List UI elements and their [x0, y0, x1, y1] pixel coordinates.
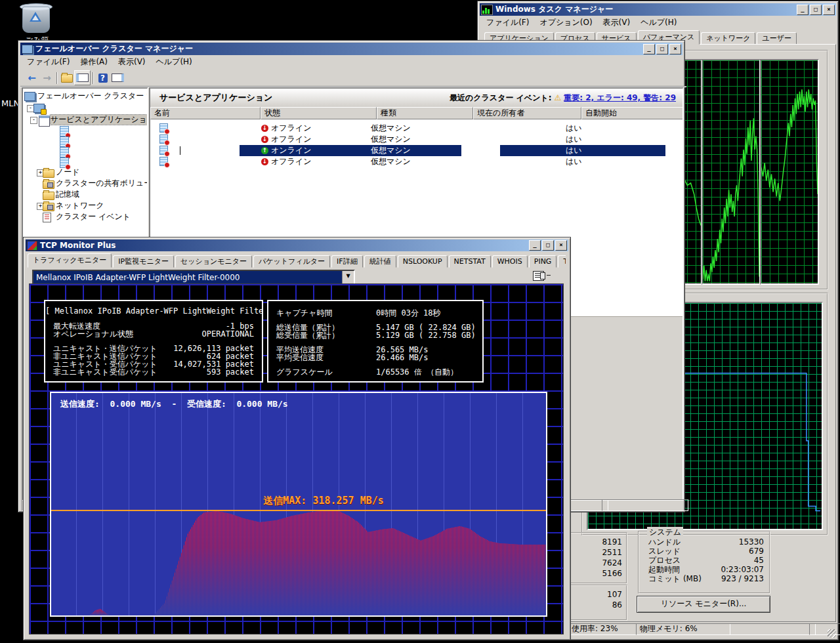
tree-item-label: フェールオーバー クラスター マネージ [37, 91, 148, 101]
tcp-tab-3[interactable]: パケットフィルター [253, 255, 330, 268]
collapse-icon[interactable]: - [30, 117, 37, 124]
tm-menu-3[interactable]: ヘルプ(H) [635, 16, 682, 30]
cluster-events-link[interactable]: 重要: 2, エラー: 49, 警告: 29 [564, 93, 676, 104]
tcp-tab-10[interactable]: TRACERT [558, 255, 566, 268]
cpu-history-panel [702, 59, 761, 285]
export-icon[interactable] [59, 71, 74, 85]
virtual-machine-icon [159, 146, 168, 155]
tree-item-unnamed-cluster[interactable]: - [23, 103, 147, 114]
close-button[interactable]: × [669, 44, 681, 54]
tm-tab-5[interactable]: ユーザー [757, 32, 797, 45]
tree-item-unnamed-vm[interactable] [23, 136, 147, 146]
tcp-tab-8[interactable]: WHOIS [492, 255, 528, 268]
graph-header: 送信速度: 0.000 MB/s - 受信速度: 0.000 MB/s [60, 398, 288, 410]
chevron-down-icon[interactable]: ▼ [342, 271, 354, 283]
cm-menu-0[interactable]: ファイル(F) [22, 55, 75, 69]
recycle-bin-icon[interactable] [18, 0, 55, 37]
tcp-tab-9[interactable]: PING [529, 255, 557, 268]
show-console-tree-icon[interactable] [74, 70, 91, 85]
status-online-icon: ↑ [261, 147, 268, 154]
table-row[interactable]: ↓オフライン仮想マシンはい [150, 156, 682, 167]
task-manager-icon [481, 5, 493, 15]
status-offline-icon: ↓ [261, 158, 268, 165]
tcp-tab-6[interactable]: NSLOOKUP [398, 255, 448, 268]
tcp-tab-1[interactable]: IP監視モニター [113, 255, 174, 268]
tree-item-unnamed-vm[interactable] [23, 146, 147, 157]
task-manager-titlebar[interactable]: Windows タスク マネージャー _ □ × [480, 3, 836, 16]
help-icon[interactable]: ? [95, 71, 110, 85]
tm-menu-1[interactable]: オプション(O) [534, 16, 597, 30]
table-header-row: 名前状態種類現在の所有者自動開始 [150, 107, 682, 119]
tcp-tab-7[interactable]: NETSTAT [449, 255, 491, 268]
tree-item-network[interactable]: +ネットワーク [23, 201, 147, 211]
system-rows: ハンドル15330スレッド679プロセス45起動時間0:23:03:07コミット… [639, 532, 769, 583]
cluster-manager-titlebar[interactable]: フェールオーバー クラスター マネージャー _ □ × [20, 43, 682, 55]
table-row[interactable]: ↓オフライン仮想マシンはい [150, 123, 682, 134]
tree-item-unnamed-vm[interactable] [23, 125, 147, 136]
tree-item-volume[interactable]: クラスターの共有ボリューム [23, 178, 147, 189]
volume-icon [43, 180, 54, 189]
minimize-button[interactable]: _ [797, 5, 808, 15]
close-button[interactable]: × [823, 5, 835, 15]
tree-item-services[interactable]: -サービスとアプリケーション [23, 115, 147, 125]
table-row[interactable]: ↓オフライン仮想マシンはい [150, 134, 682, 145]
virtual-machine-icon [159, 157, 168, 166]
cm-menu-2[interactable]: 表示(V) [113, 55, 151, 69]
tcp-tab-4[interactable]: IF詳細 [331, 255, 363, 268]
adapter-select[interactable]: Mellanox IPoIB Adapter-WFP LightWeight F… [32, 270, 355, 285]
tree-item-label: 記憶域 [56, 190, 79, 199]
traffic-graph-panel: 送信MAX: 318.257 MB/s 送信速度: 0.000 MB/s - 受… [50, 392, 547, 617]
maximize-button[interactable]: □ [542, 240, 554, 251]
tree-item-storage[interactable]: 記憶域 [23, 190, 147, 200]
tcp-monitor-titlebar[interactable]: TCP Monitor Plus _ □ × [26, 239, 568, 251]
tcp-tab-5[interactable]: 統計値 [364, 255, 396, 268]
virtual-machine-icon [159, 135, 168, 144]
close-button[interactable]: × [555, 240, 567, 251]
cluster-manager-toolbar: ← → ? [20, 69, 686, 87]
tcp-monitor-icon [27, 241, 37, 251]
tree-item-unnamed-vm[interactable] [23, 157, 147, 167]
maximize-button[interactable]: □ [810, 5, 822, 15]
maximize-button[interactable]: □ [656, 44, 668, 54]
tcp-monitor-title: TCP Monitor Plus [40, 241, 116, 250]
tree-item-root[interactable]: フェールオーバー クラスター マネージ [23, 91, 147, 102]
recent-cluster-events-label: 最近のクラスター イベント: [450, 93, 552, 104]
folder-icon [43, 169, 54, 178]
tcp-tab-2[interactable]: セッションモニター [175, 255, 252, 268]
pane-header: サービスとアプリケーション 最近のクラスター イベント: ⚠ 重要: 2, エラ… [150, 89, 682, 108]
text-caret [180, 146, 180, 155]
interface-stats-rows: 最大転送速度-1 bpsオペレーショナル状態OPERATIONALユニキャスト・… [45, 322, 262, 376]
system-stat-row: 起動時間0:23:03:07 [639, 565, 769, 574]
column-header-2[interactable]: 種類 [377, 107, 473, 119]
cluster-manager-menubar: ファイル(F)操作(A)表示(V)ヘルプ(H) [20, 56, 198, 68]
minimize-button[interactable]: _ [529, 240, 541, 251]
table-row[interactable]: ↑オンライン仮想マシンはい [150, 145, 682, 156]
selection-highlight [500, 145, 665, 156]
cm-menu-1[interactable]: 操作(A) [75, 55, 113, 69]
cluster-manager-title: フェールオーバー クラスター マネージャー [35, 43, 193, 54]
status-offline-icon: ↓ [261, 125, 268, 132]
capture-stats-panel: キャプチャ時間0時間 03分 18秒総送信量（累計）5.147 GB ( 22.… [267, 300, 484, 383]
column-header-1[interactable]: 状態 [261, 107, 377, 119]
tree-item-label: ノード [56, 167, 80, 177]
column-header-0[interactable]: 名前 [150, 107, 261, 119]
column-header-4[interactable]: 自動開始 [581, 107, 684, 119]
show-action-pane-icon[interactable] [110, 71, 125, 85]
tree-item-label: クラスター イベント [56, 212, 131, 222]
resize-grip[interactable] [828, 629, 836, 638]
tcp-tab-0[interactable]: トラフィックモニター [28, 253, 112, 268]
resource-monitor-button[interactable]: リソース モニター(R)... [637, 596, 770, 613]
forward-button[interactable]: → [39, 71, 54, 85]
tree-item-events[interactable]: クラスター イベント [23, 212, 147, 222]
minimize-button[interactable]: _ [643, 44, 655, 54]
tm-menu-2[interactable]: 表示(V) [598, 16, 636, 30]
column-header-3[interactable]: 現在の所有者 [473, 107, 581, 119]
tree-item-folder[interactable]: +ノード [23, 167, 147, 178]
cm-menu-3[interactable]: ヘルプ(H) [151, 55, 198, 69]
back-button[interactable]: ← [24, 71, 39, 85]
send-max-line [51, 510, 546, 511]
tm-menu-0[interactable]: ファイル(F) [481, 16, 534, 30]
cpu-history-panel [760, 59, 819, 285]
system-stat-row: コミット (MB)923 / 9213 [639, 574, 769, 583]
tm-tab-4[interactable]: ネットワーク [701, 32, 755, 45]
